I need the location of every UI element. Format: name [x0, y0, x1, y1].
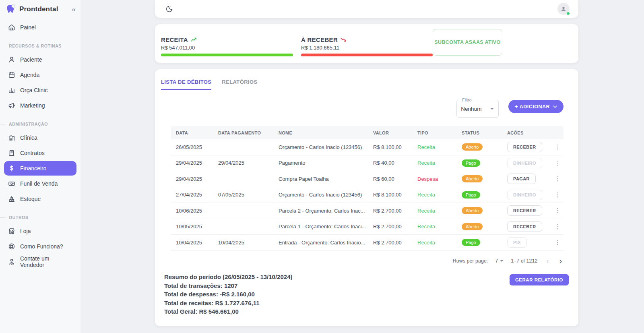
- status-badge: Aberto: [462, 143, 483, 151]
- row-action-button[interactable]: RECEBER: [507, 142, 542, 152]
- generate-report-button[interactable]: GERAR RELATÓRIO: [510, 274, 569, 285]
- document-icon: [8, 149, 15, 157]
- cell-nome: Parcela 2 - Orçamento: Carlos Inac...: [274, 208, 368, 214]
- kebab-menu-icon[interactable]: ⋮: [551, 143, 564, 151]
- row-action-button: DINHEIRO: [507, 190, 542, 200]
- sidebar-item-financeiro[interactable]: Financeiro: [4, 161, 76, 176]
- stat-a-receber-label: À RECEBER: [301, 36, 338, 43]
- chevron-down-icon: [490, 108, 494, 110]
- sidebar-item-label: Marketing: [20, 102, 45, 109]
- sidebar-section-title: ADMINISTRAÇÃO: [0, 122, 80, 126]
- sidebar-item-label: Como Funciona?: [20, 243, 63, 250]
- cell-valor: R$ 2.700,00: [368, 223, 413, 230]
- cell-acoes: PAGAR: [502, 174, 551, 184]
- sidebar-item-como-funciona[interactable]: Como Funciona?: [4, 239, 76, 254]
- cell-data-pagamento: 10/04/2025: [213, 240, 274, 246]
- cell-acoes: DINHEIRO: [502, 158, 551, 168]
- clinic-icon: [8, 134, 15, 141]
- rows-per-page-select[interactable]: 7: [495, 258, 504, 264]
- period-summary: Resumo do período (26/05/2025 - 13/10/20…: [164, 273, 292, 316]
- app-logo-row: Prontdental «: [0, 2, 80, 16]
- sidebar-item-paciente[interactable]: Paciente: [4, 52, 76, 67]
- divider: [0, 46, 6, 46]
- cell-valor: R$ 8.100,00: [368, 192, 413, 198]
- dark-mode-toggle[interactable]: [165, 5, 173, 13]
- cell-status: Aberto: [457, 175, 502, 182]
- summary-line: Total de transações: 1207: [164, 281, 292, 290]
- table-row: 10/06/2025Parcela 2 - Orçamento: Carlos …: [171, 203, 564, 219]
- filter-select[interactable]: Filtro Nenhum: [456, 100, 499, 118]
- kebab-menu-icon[interactable]: ⋮: [551, 175, 564, 182]
- table-header-row: DATADATA PAGAMENTONOMEVALORTIPOSTATUSAÇÕ…: [171, 126, 564, 139]
- kebab-menu-icon[interactable]: ⋮: [551, 239, 564, 246]
- column-header: AÇÕES: [502, 130, 551, 135]
- chart-icon: [8, 87, 15, 94]
- cell-valor: R$ 8.100,00: [368, 144, 413, 150]
- column-header: DATA PAGAMENTO: [213, 130, 274, 135]
- previous-page-icon[interactable]: ‹: [545, 257, 550, 265]
- cell-nome: Pagamento: [274, 160, 368, 166]
- tab-bar: LISTA DE DÉBITOS RELATÓRIOS: [155, 69, 578, 90]
- filter-label: Filtro: [460, 97, 473, 102]
- receita-progress-bar: [161, 54, 293, 56]
- subconta-asaas-badge: SUBCONTA ASAAS ATIVO: [433, 29, 502, 56]
- home-icon: [8, 24, 15, 31]
- kebab-menu-icon[interactable]: ⋮: [551, 223, 564, 230]
- sidebar-item-or-a-clinic[interactable]: Orça Clinic: [4, 83, 76, 97]
- cell-nome: Orçamento - Carlos Inacio (123456): [274, 144, 368, 150]
- sidebar-item-cl-nica[interactable]: Clínica: [4, 130, 76, 145]
- sidebar-item-marketing[interactable]: Marketing: [4, 98, 76, 113]
- column-header: DATA: [171, 130, 213, 135]
- sidebar-item-agenda[interactable]: Agenda: [4, 68, 76, 82]
- trend-down-icon: [341, 37, 347, 42]
- person-icon: [8, 56, 15, 63]
- debits-table: DATADATA PAGAMENTONOMEVALORTIPOSTATUSAÇÕ…: [171, 126, 564, 251]
- tab-lista-de-debitos[interactable]: LISTA DE DÉBITOS: [161, 79, 211, 90]
- cell-tipo: Despesa: [413, 176, 457, 182]
- sidebar: Prontdental « Painel RECURSOS & ROTINASP…: [0, 0, 80, 333]
- sidebar-item-contratos[interactable]: Contratos: [4, 146, 76, 160]
- pagination-range: 1–7 of 1212: [511, 258, 537, 264]
- topbar: [155, 0, 578, 18]
- sidebar-item-label: Contratos: [20, 150, 45, 156]
- sidebar-item-loja[interactable]: Loja: [4, 224, 76, 238]
- add-button-label: + ADICIONAR: [515, 104, 550, 110]
- sidebar-item-label: Orça Clinic: [20, 87, 47, 93]
- cell-nome: Entrada - Orçamento: Carlos Inacio...: [274, 240, 368, 246]
- sidebar-item-funil-de-venda[interactable]: Funil de Venda: [4, 176, 76, 191]
- cell-data: 10/04/2025: [171, 240, 213, 246]
- column-header: NOME: [274, 130, 368, 135]
- kebab-menu-icon[interactable]: ⋮: [551, 207, 564, 214]
- next-page-icon[interactable]: ›: [558, 257, 564, 265]
- column-header: TIPO: [413, 130, 457, 135]
- status-badge: Aberto: [462, 175, 483, 182]
- sidebar-item-painel[interactable]: Painel: [4, 20, 76, 35]
- status-badge: Aberto: [462, 207, 483, 214]
- cell-acoes: RECEBER: [502, 205, 551, 216]
- row-action-button[interactable]: RECEBER: [507, 205, 542, 216]
- cell-data: 27/04/2025: [171, 192, 213, 198]
- kebab-menu-icon[interactable]: ⋮: [551, 159, 564, 167]
- sidebar-item-contate-um-vendedor[interactable]: Contate um Vendedor: [4, 254, 76, 269]
- financeiro-panel: LISTA DE DÉBITOS RELATÓRIOS Filtro Nenhu…: [155, 69, 578, 326]
- kebab-menu-icon[interactable]: ⋮: [551, 191, 564, 199]
- user-avatar[interactable]: [557, 3, 570, 15]
- status-badge: Pago: [462, 191, 480, 199]
- sidebar-item-estoque[interactable]: Estoque: [4, 192, 76, 206]
- row-action-button: DINHEIRO: [507, 158, 542, 168]
- add-button[interactable]: + ADICIONAR: [508, 100, 564, 113]
- table-row: 29/04/202529/04/2025PagamentoR$ 40,00Rec…: [171, 155, 564, 172]
- table-row: 10/05/2025Parcela 1 - Orçamento: Carlos …: [171, 219, 564, 235]
- collapse-sidebar-icon[interactable]: «: [72, 6, 76, 13]
- row-action-button[interactable]: PAGAR: [507, 174, 536, 184]
- pagination: Rows per page: 7 1–7 of 1212 ‹ ›: [453, 254, 564, 268]
- status-badge: Aberto: [462, 223, 483, 230]
- row-action-button[interactable]: RECEBER: [507, 221, 542, 232]
- app-title: Prontdental: [19, 5, 58, 13]
- sidebar-item-label: Estoque: [20, 196, 41, 202]
- status-badge: Pago: [462, 159, 480, 167]
- seller-icon: [8, 258, 15, 265]
- cell-acoes: DINHEIRO: [502, 190, 551, 200]
- tab-relatorios[interactable]: RELATÓRIOS: [222, 79, 257, 90]
- stats-card: RECEITA R$ 547.011,00 À RECEBER R$ 1.180…: [155, 24, 578, 63]
